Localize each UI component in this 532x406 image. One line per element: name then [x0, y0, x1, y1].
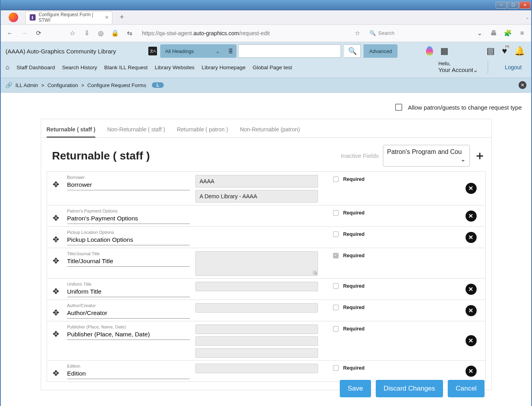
drag-handle-icon[interactable]: ✥: [50, 250, 62, 266]
add-field-button[interactable]: ＋: [474, 148, 486, 164]
field-name-input[interactable]: [67, 286, 190, 297]
bookmark-page-icon[interactable]: ☆: [355, 30, 360, 37]
field-input-box[interactable]: [195, 303, 318, 313]
pocket-icon[interactable]: ⌄: [474, 28, 485, 38]
account-dropdown[interactable]: Hello, Your Account⌄: [438, 61, 488, 74]
browser-tab[interactable]: ℹ Configure Request Form | STWI ✕: [25, 11, 112, 24]
nav-back-button[interactable]: ←: [5, 28, 15, 38]
win-minimize-button[interactable]: ─: [496, 2, 507, 9]
language-icon[interactable]: 文A: [148, 47, 157, 55]
headings-dropdown[interactable]: All Headings ⌄: [160, 44, 225, 58]
tab-nonreturnable-patron[interactable]: Non-Returnable (patron): [240, 126, 300, 137]
drag-handle-icon[interactable]: ✥: [50, 208, 62, 223]
field-input-box[interactable]: [195, 336, 318, 346]
required-checkbox[interactable]: [333, 253, 339, 258]
win-close-button[interactable]: ✕: [519, 2, 530, 9]
new-tab-button[interactable]: +: [116, 13, 127, 21]
browser-search-box[interactable]: 🔍 Search: [367, 29, 470, 37]
tabs-dropdown-icon[interactable]: ⌄: [525, 14, 531, 20]
required-checkbox[interactable]: [333, 231, 339, 237]
tab-close-icon[interactable]: ✕: [105, 15, 109, 20]
database-icon[interactable]: 🗄: [225, 44, 237, 58]
field-input-box[interactable]: [195, 348, 318, 358]
delete-field-button[interactable]: ✕: [466, 183, 477, 194]
required-label: Required: [343, 210, 365, 216]
home-icon[interactable]: ⌂: [6, 64, 9, 71]
required-checkbox[interactable]: [333, 365, 339, 371]
delete-field-button[interactable]: ✕: [466, 335, 477, 346]
field-name-input[interactable]: [67, 329, 190, 340]
tab-nonreturnable-staff[interactable]: Non-Returnable ( staff ): [107, 126, 165, 137]
field-name-input[interactable]: [67, 256, 190, 267]
notifications-bell-icon[interactable]: 🔔: [514, 46, 525, 56]
required-label: Required: [343, 326, 365, 332]
nav-reload-button[interactable]: ⟳: [33, 28, 44, 38]
required-checkbox[interactable]: [333, 210, 339, 216]
field-input-box[interactable]: [195, 364, 318, 373]
win-maximize-button[interactable]: ☐: [507, 2, 519, 9]
advanced-search-button[interactable]: Advanced: [364, 44, 398, 58]
page-content: Allow patron/guests to change request ty…: [1, 93, 531, 406]
nav-library-homepage[interactable]: Library Homepage: [202, 65, 246, 70]
catalog-search-input[interactable]: [238, 44, 341, 58]
card-icon[interactable]: ▤: [487, 46, 495, 56]
field-name-input[interactable]: [67, 180, 190, 190]
delete-field-button[interactable]: ✕: [466, 284, 477, 295]
drag-handle-icon[interactable]: ✥: [50, 324, 62, 339]
allow-change-type-label: Allow patron/guests to change request ty…: [408, 104, 522, 111]
logout-link[interactable]: Logout: [495, 64, 526, 70]
print-icon[interactable]: 🖶: [488, 28, 499, 38]
favorites-heart-icon[interactable]: ♥F9: [502, 46, 507, 56]
inactive-fields-select[interactable]: Patron's Program and Cou ⌄: [383, 145, 470, 167]
field-input-box[interactable]: [195, 282, 318, 291]
app-nav-bar: ⌂ Staff Dashboard Search History Blank I…: [4, 58, 528, 78]
nav-blank-ill-request[interactable]: Blank ILL Request: [104, 65, 148, 70]
cancel-button[interactable]: Cancel: [448, 380, 485, 397]
allow-change-type-checkbox[interactable]: [395, 104, 402, 111]
permissions-icon[interactable]: ⇆: [124, 28, 134, 38]
nav-forward-button[interactable]: →: [19, 28, 29, 38]
required-checkbox[interactable]: [333, 326, 339, 332]
tab-returnable-staff[interactable]: Returnable ( staff ): [47, 126, 96, 138]
delete-field-button[interactable]: ✕: [466, 366, 477, 377]
required-checkbox[interactable]: [333, 283, 339, 289]
drag-handle-icon[interactable]: ✥: [50, 302, 62, 317]
nav-search-history[interactable]: Search History: [62, 65, 97, 70]
extensions-icon[interactable]: 🧩: [503, 28, 513, 38]
field-row: ✥ Title/Journal Title Required: [47, 248, 486, 279]
field-name-input[interactable]: [67, 308, 190, 319]
save-button[interactable]: Save: [340, 380, 371, 397]
shield-icon[interactable]: ◎: [96, 28, 106, 38]
bookmark-star-icon[interactable]: ☆: [67, 28, 78, 38]
drag-handle-icon[interactable]: ✥: [50, 281, 62, 296]
downloads-icon[interactable]: ⇩: [81, 28, 92, 38]
breadcrumb-item[interactable]: Configuration: [47, 82, 78, 88]
field-name-input[interactable]: [67, 213, 190, 224]
field-textarea[interactable]: [195, 251, 318, 276]
field-name-input[interactable]: [67, 235, 190, 245]
drag-handle-icon[interactable]: ✥: [50, 229, 62, 244]
breadcrumb-close-button[interactable]: ✕: [519, 81, 526, 89]
tab-returnable-patron[interactable]: Returnable ( patron ): [177, 126, 228, 137]
discard-changes-button[interactable]: Discard Changes: [376, 380, 443, 397]
chevron-down-icon: ⌄: [216, 48, 220, 54]
scanner-icon[interactable]: ▦: [440, 46, 449, 56]
field-name-input[interactable]: [67, 368, 190, 379]
url-bar[interactable]: https://qa-stwi-agent.auto-graphics.com/…: [138, 28, 364, 38]
drag-handle-icon[interactable]: ✥: [50, 174, 62, 189]
field-small-label: Title/Journal Title: [67, 251, 190, 256]
required-checkbox[interactable]: [333, 176, 339, 182]
required-checkbox[interactable]: [333, 305, 339, 310]
nav-staff-dashboard[interactable]: Staff Dashboard: [17, 65, 55, 70]
delete-field-button[interactable]: ✕: [466, 232, 477, 243]
drag-handle-icon[interactable]: ✥: [50, 363, 62, 378]
breadcrumb-item[interactable]: ILL Admin: [15, 82, 38, 88]
catalog-search-button[interactable]: 🔍: [344, 44, 361, 58]
hamburger-menu-icon[interactable]: ≡: [517, 28, 527, 38]
field-input-box[interactable]: [195, 324, 318, 334]
nav-library-websites[interactable]: Library Websites: [155, 65, 194, 70]
nav-global-page-test[interactable]: Global Page test: [253, 65, 292, 70]
delete-field-button[interactable]: ✕: [466, 305, 477, 316]
delete-field-button[interactable]: ✕: [466, 211, 477, 222]
balloon-icon[interactable]: [426, 46, 433, 56]
